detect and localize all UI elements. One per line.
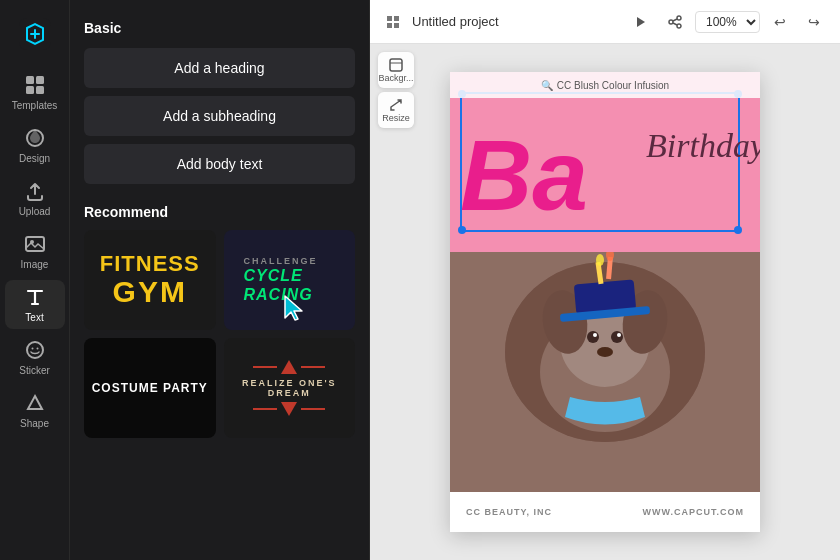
background-button[interactable]: Backgr... <box>378 52 414 88</box>
play-button[interactable] <box>627 8 655 36</box>
templates-icon <box>24 74 46 96</box>
image-icon <box>24 233 46 255</box>
svg-point-28 <box>617 333 621 337</box>
dog-blob-svg <box>485 252 725 462</box>
undo-button[interactable]: ↩ <box>766 8 794 36</box>
sidebar-item-image[interactable]: Image <box>5 227 65 276</box>
realize-decoration <box>253 360 325 374</box>
redo-button[interactable]: ↪ <box>800 8 828 36</box>
add-subheading-button[interactable]: Add a subheading <box>84 96 355 136</box>
svg-rect-4 <box>36 86 44 94</box>
topbar-actions: 100% ↩ ↪ <box>627 8 828 36</box>
text-label: Text <box>25 312 43 323</box>
svg-point-14 <box>677 16 681 20</box>
recommend-section-title: Recommend <box>84 204 355 220</box>
svg-point-35 <box>606 252 614 261</box>
handle-br <box>734 226 742 234</box>
svg-rect-17 <box>390 59 402 71</box>
svg-point-10 <box>36 348 38 350</box>
svg-point-8 <box>27 342 43 358</box>
svg-marker-12 <box>281 402 297 416</box>
background-label: Backgr... <box>378 73 413 83</box>
canvas-header-bar: 🔍 CC Blush Colour Infusion <box>450 72 760 98</box>
canvas-birthday-text: Birthday <box>646 127 760 165</box>
add-body-text-button[interactable]: Add body text <box>84 144 355 184</box>
add-heading-button[interactable]: Add a heading <box>84 48 355 88</box>
svg-rect-3 <box>26 86 34 94</box>
svg-point-16 <box>677 24 681 28</box>
app-logo <box>17 16 53 52</box>
challenge-label: CHALLENGE <box>244 256 336 266</box>
project-title: Untitled project <box>412 14 619 29</box>
svg-point-9 <box>31 348 33 350</box>
text-panel: Basic Add a heading Add a subheading Add… <box>70 0 370 560</box>
project-icon <box>382 11 404 33</box>
upload-icon <box>24 180 46 202</box>
editor-canvas-area: Backgr... Resize 🔍 CC Blush Colour Infus… <box>370 44 840 560</box>
zoom-selector[interactable]: 100% <box>695 11 760 33</box>
icon-bar: Templates Design Upload Image <box>0 0 70 560</box>
bottom-left-text: CC BEAUTY, INC <box>466 507 552 517</box>
sticker-icon <box>24 339 46 361</box>
canvas-bottom-bar: CC BEAUTY, INC WWW.CAPCUT.COM <box>450 492 760 532</box>
svg-rect-6 <box>26 237 44 251</box>
fitness-gym-card[interactable]: FITNESS GYM <box>84 230 216 330</box>
basic-text-buttons: Add a heading Add a subheading Add body … <box>84 48 355 184</box>
svg-rect-1 <box>26 76 34 84</box>
cycle-racing-card[interactable]: CHALLENGE CYCLE RACING <box>224 230 356 330</box>
svg-rect-2 <box>36 76 44 84</box>
text-icon <box>24 286 46 308</box>
svg-marker-11 <box>281 360 297 374</box>
cycle-text: CYCLE RACING <box>244 266 336 304</box>
realize-text: REALIZE ONE'S DREAM <box>224 378 356 398</box>
costume-text: COSTUME PARTY <box>92 381 208 395</box>
fitness-text: FITNESS <box>100 253 200 275</box>
canvas-preview: 🔍 CC Blush Colour Infusion Ba Birthday <box>450 72 760 532</box>
svg-point-26 <box>611 331 623 343</box>
image-label: Image <box>21 259 49 270</box>
sticker-label: Sticker <box>19 365 50 376</box>
resize-button[interactable]: Resize <box>378 92 414 128</box>
gym-text: GYM <box>113 277 187 307</box>
svg-point-34 <box>596 254 604 266</box>
editor-wrapper: Untitled project 100% ↩ ↪ Backgr... <box>370 0 840 560</box>
shape-label: Shape <box>20 418 49 429</box>
shape-icon <box>24 392 46 414</box>
realize-dream-card[interactable]: REALIZE ONE'S DREAM <box>224 338 356 438</box>
svg-point-25 <box>587 331 599 343</box>
canvas-dog-section <box>450 252 760 492</box>
canvas-pink-section: Ba Birthday <box>450 72 760 252</box>
sidebar-item-templates[interactable]: Templates <box>5 68 65 117</box>
sidebar-item-text[interactable]: Text <box>5 280 65 329</box>
share-button[interactable] <box>661 8 689 36</box>
costume-party-card[interactable]: COSTUME PARTY <box>84 338 216 438</box>
basic-section-title: Basic <box>84 20 355 36</box>
sidebar-item-design[interactable]: Design <box>5 121 65 170</box>
svg-point-15 <box>669 20 673 24</box>
sidebar-item-shape[interactable]: Shape <box>5 386 65 435</box>
design-icon <box>24 127 46 149</box>
editor-topbar: Untitled project 100% ↩ ↪ <box>370 0 840 44</box>
resize-label: Resize <box>382 113 410 123</box>
canvas-big-letter: Ba <box>460 119 588 231</box>
svg-point-27 <box>593 333 597 337</box>
sidebar-item-sticker[interactable]: Sticker <box>5 333 65 382</box>
editor-mini-sidebar: Backgr... Resize <box>378 52 414 128</box>
templates-label: Templates <box>12 100 58 111</box>
sidebar-item-upload[interactable]: Upload <box>5 174 65 223</box>
canvas-header-text: CC Blush Colour Infusion <box>557 80 669 91</box>
bottom-right-text: WWW.CAPCUT.COM <box>643 507 745 517</box>
svg-marker-13 <box>637 17 645 27</box>
recommend-grid: FITNESS GYM CHALLENGE CYCLE RACING COSTU… <box>84 230 355 438</box>
design-label: Design <box>19 153 50 164</box>
svg-point-29 <box>597 347 613 357</box>
realize-decoration-bottom <box>253 402 325 416</box>
upload-label: Upload <box>19 206 51 217</box>
